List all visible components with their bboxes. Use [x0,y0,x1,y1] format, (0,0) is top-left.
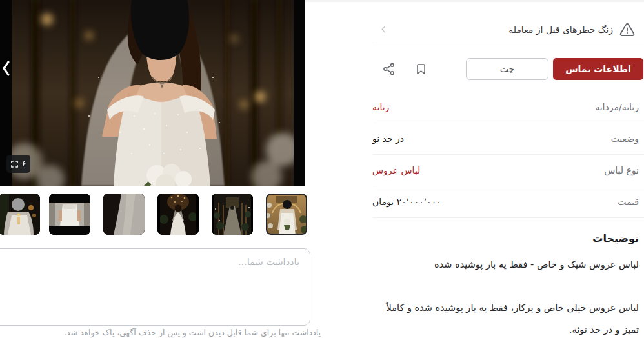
bookmark-icon[interactable] [413,61,428,77]
warning-icon [619,22,635,37]
chevron-left-icon [379,25,388,34]
main-photo-image [12,0,294,186]
image-count-badge[interactable]: ۶ [6,155,30,173]
listing-page: ۶ [0,0,644,338]
description-text: لباس عروس شیک و خاص - فقط یه بار پوشیده … [372,254,639,338]
note-helper-text: یادداشت تنها برای شما قابل دیدن است و پس… [57,328,328,337]
thumbnail-3[interactable] [103,194,145,235]
thumbnail-1[interactable] [0,194,40,235]
thumbnail-photo [0,194,40,235]
main-photo[interactable]: ۶ [0,0,305,186]
attribute-label: قیمت [618,197,639,207]
attribute-row-condition: وضعیت در حد نو [372,123,644,155]
thumbnail-4[interactable] [157,194,199,235]
thumbnail-6-selected[interactable] [266,194,307,235]
thumbnail-2[interactable] [49,194,90,235]
safety-title: زنگ خطرهای قبل از معامله [508,25,613,35]
attribute-row-gender: زنانه/مردانه زنانه [372,92,644,123]
attribute-row-clothing-type: نوع لباس لباس عروس [372,155,644,186]
thumbnail-photo [266,194,307,235]
chat-button[interactable]: چت [466,58,548,80]
contact-info-button[interactable]: اطلاعات تماس [553,58,643,80]
details-panel: زنگ خطرهای قبل از معامله اطلاعات تماس چت [372,0,644,338]
thumbnail-photo [49,194,90,235]
note-input[interactable] [0,248,310,326]
gallery-prev-button[interactable] [0,57,13,80]
thumbnail-photo [157,194,199,235]
attribute-value-link[interactable]: لباس عروس [372,165,420,175]
thumbnail-5[interactable] [212,194,253,235]
thumbnail-photo [103,194,145,235]
description-heading: توضیحات [592,232,639,244]
share-icon[interactable] [381,61,396,77]
attribute-value: در حد نو [372,134,404,144]
attribute-label: نوع لباس [604,165,639,175]
action-buttons-row: اطلاعات تماس چت [372,58,644,80]
attribute-row-price: قیمت ۲۰٬۰۰۰٬۰۰۰ تومان [372,186,644,218]
attribute-value-price: ۲۰٬۰۰۰٬۰۰۰ تومان [372,197,441,207]
safety-banner[interactable]: زنگ خطرهای قبل از معامله [372,0,644,45]
attributes-list: زنانه/مردانه زنانه وضعیت در حد نو نوع لب… [372,92,644,218]
image-count: ۶ [22,160,26,168]
attribute-label: وضعیت [611,134,639,144]
gallery-prev-icon [1,60,12,77]
attribute-label: زنانه/مردانه [595,102,639,112]
thumbnail-photo [212,194,253,235]
fullscreen-icon [11,161,18,168]
divider [372,45,644,45]
attribute-value-link[interactable]: زنانه [372,102,389,112]
